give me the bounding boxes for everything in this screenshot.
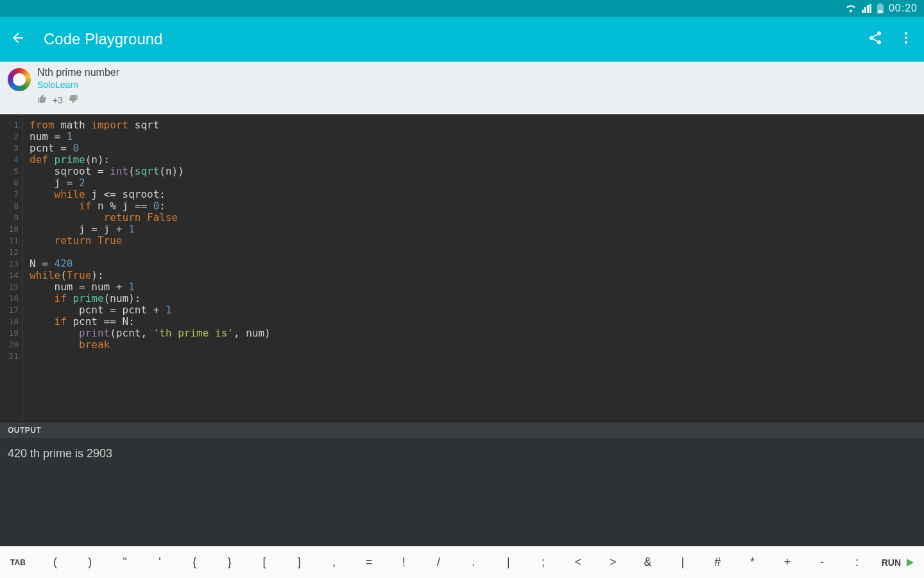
tab-key[interactable]: TAB bbox=[0, 558, 36, 567]
snippet-info-bar: Nth prime number SoloLearn +3 bbox=[0, 62, 924, 114]
code-line: j = j + 1 bbox=[30, 223, 271, 235]
code-line: break bbox=[30, 339, 271, 351]
line-number-gutter: 123456789101112131415161718192021 bbox=[0, 114, 23, 421]
play-icon bbox=[905, 557, 915, 568]
output-text: 420 th prime is 2903 bbox=[8, 447, 112, 460]
svg-rect-0 bbox=[878, 10, 882, 13]
snippet-title: Nth prime number bbox=[37, 67, 119, 78]
thumbs-down-icon[interactable] bbox=[68, 94, 78, 107]
app-title: Code Playground bbox=[44, 30, 850, 48]
battery-icon bbox=[877, 3, 884, 13]
code-line: num = 1 bbox=[30, 131, 271, 143]
code-line: if pcnt == N: bbox=[30, 316, 271, 328]
code-line: from math import sqrt bbox=[30, 119, 271, 131]
svg-point-2 bbox=[905, 37, 907, 39]
code-line: pcnt = 0 bbox=[30, 143, 271, 154]
symbol-key[interactable]: ! bbox=[389, 556, 418, 569]
symbol-key[interactable]: . bbox=[459, 556, 488, 569]
symbol-key[interactable]: > bbox=[599, 556, 627, 569]
back-icon[interactable] bbox=[10, 30, 26, 48]
wifi-icon bbox=[845, 4, 857, 13]
symbol-key[interactable]: + bbox=[773, 556, 801, 569]
app-bar: Code Playground bbox=[0, 17, 924, 62]
symbol-key[interactable]: & bbox=[634, 556, 662, 569]
code-line: while(True): bbox=[30, 270, 271, 281]
symbol-key[interactable]: { bbox=[180, 556, 209, 569]
symbol-key[interactable]: ( bbox=[41, 556, 69, 569]
symbol-toolbar: TAB ()"'{}[],=!/.|;<>&|#*+-: RUN bbox=[0, 546, 924, 578]
symbol-key[interactable]: * bbox=[739, 556, 767, 569]
code-line: pcnt = pcnt + 1 bbox=[30, 304, 271, 316]
symbol-key[interactable]: , bbox=[320, 556, 348, 569]
author-avatar[interactable] bbox=[8, 68, 31, 91]
symbol-key[interactable]: | bbox=[494, 556, 522, 569]
symbol-key[interactable]: # bbox=[703, 556, 732, 569]
symbol-key[interactable]: [ bbox=[250, 556, 278, 569]
code-area[interactable]: from math import sqrtnum = 1pcnt = 0def … bbox=[23, 114, 277, 421]
symbol-key[interactable]: ' bbox=[146, 556, 174, 569]
snippet-author-link[interactable]: SoloLearn bbox=[37, 80, 119, 90]
symbol-key[interactable]: " bbox=[111, 556, 139, 569]
symbol-key[interactable]: | bbox=[669, 556, 697, 569]
code-line: while j <= sqroot: bbox=[30, 189, 271, 200]
symbol-key[interactable]: = bbox=[355, 556, 383, 569]
run-button[interactable]: RUN bbox=[877, 557, 924, 568]
code-editor[interactable]: 123456789101112131415161718192021 from m… bbox=[0, 114, 924, 421]
symbol-key[interactable]: ] bbox=[285, 556, 313, 569]
code-line: num = num + 1 bbox=[30, 281, 271, 293]
android-status-bar: 00:20 bbox=[0, 0, 924, 17]
symbol-key[interactable]: - bbox=[808, 556, 836, 569]
vote-score: +3 bbox=[53, 95, 63, 105]
svg-point-3 bbox=[905, 41, 907, 44]
thumbs-up-icon[interactable] bbox=[37, 94, 47, 107]
output-body: 420 th prime is 2903 bbox=[0, 438, 924, 546]
code-line: print(pcnt, 'th prime is', num) bbox=[30, 328, 271, 339]
code-line: if n % j == 0: bbox=[30, 200, 271, 212]
output-header: OUTPUT bbox=[0, 421, 924, 438]
code-line: if prime(num): bbox=[30, 293, 271, 304]
share-icon[interactable] bbox=[868, 30, 883, 48]
code-line bbox=[30, 351, 271, 362]
code-line: sqroot = int(sqrt(n)) bbox=[30, 166, 271, 177]
code-line: def prime(n): bbox=[30, 154, 271, 166]
run-label: RUN bbox=[882, 557, 901, 568]
symbol-key[interactable]: ; bbox=[529, 556, 558, 569]
status-clock: 00:20 bbox=[889, 3, 918, 14]
code-line bbox=[30, 247, 271, 258]
code-line: j = 2 bbox=[30, 177, 271, 189]
code-line: return True bbox=[30, 235, 271, 247]
symbol-key[interactable]: : bbox=[843, 556, 871, 569]
code-line: N = 420 bbox=[30, 258, 271, 270]
code-line: return False bbox=[30, 212, 271, 223]
svg-point-1 bbox=[905, 32, 907, 35]
symbol-key[interactable]: / bbox=[425, 556, 453, 569]
symbol-key[interactable]: } bbox=[216, 556, 244, 569]
symbol-key[interactable]: < bbox=[564, 556, 592, 569]
signal-icon bbox=[862, 4, 872, 13]
symbol-key[interactable]: ) bbox=[76, 556, 104, 569]
overflow-menu-icon[interactable] bbox=[898, 30, 914, 48]
